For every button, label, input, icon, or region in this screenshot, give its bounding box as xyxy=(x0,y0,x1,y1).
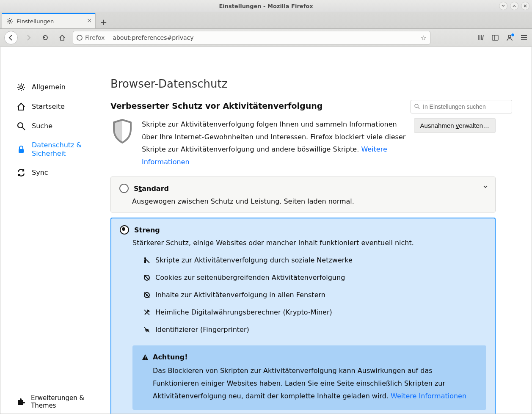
svg-point-1 xyxy=(77,35,82,40)
svg-rect-10 xyxy=(19,149,24,153)
sidebar-item-startseite[interactable]: Startseite xyxy=(17,97,106,116)
back-button[interactable] xyxy=(4,31,18,44)
radio-icon[interactable] xyxy=(119,184,129,193)
sidebar-item-datenschutz[interactable]: Datenschutz & Sicherheit xyxy=(17,136,106,163)
warning-icon xyxy=(142,354,149,361)
sidebar-toggle-icon[interactable] xyxy=(491,34,499,41)
option-description: Stärkerer Schutz, einige Websites oder m… xyxy=(132,239,486,247)
new-tab-button[interactable]: + xyxy=(97,16,110,28)
sidebar-item-label: Allgemein xyxy=(32,83,66,91)
svg-rect-21 xyxy=(145,359,146,359)
social-tracker-icon xyxy=(143,257,150,264)
warning-box: Achtung! Das Blockieren von Skripten zur… xyxy=(132,345,486,410)
block-item: Identifizierer (Fingerprinter) xyxy=(143,326,486,334)
sidebar-item-label: Erweiterungen & Themes xyxy=(31,394,106,410)
url-text: about:preferences#privacy xyxy=(113,34,193,41)
sync-icon xyxy=(17,168,26,177)
home-button[interactable] xyxy=(56,31,69,44)
svg-rect-2 xyxy=(492,35,498,40)
firefox-icon xyxy=(77,35,83,41)
sidebar-item-label: Sync xyxy=(32,168,48,177)
search-icon xyxy=(414,103,420,109)
svg-point-7 xyxy=(20,86,22,88)
nav-toolbar: Firefox about:preferences#privacy ☆ xyxy=(0,29,532,47)
block-item: Heimliche Digitalwährungsberechner (Kryp… xyxy=(143,308,486,316)
sidebar-item-allgemein[interactable]: Allgemein xyxy=(17,77,106,97)
svg-rect-13 xyxy=(144,259,146,263)
lock-icon xyxy=(17,145,26,154)
cryptominer-icon xyxy=(143,309,150,316)
block-item-label: Heimliche Digitalwährungsberechner (Kryp… xyxy=(155,308,332,316)
house-icon xyxy=(17,102,26,111)
category-sidebar: Allgemein Startseite Suche Datenschutz &… xyxy=(0,47,110,414)
sidebar-item-label: Startseite xyxy=(32,102,65,111)
block-item-label: Cookies zur seitenübergreifenden Aktivit… xyxy=(155,273,345,282)
search-icon xyxy=(17,121,26,131)
option-title: Standard xyxy=(134,185,169,193)
gear-icon xyxy=(17,83,26,92)
tab-close-icon[interactable]: × xyxy=(87,17,92,24)
protection-option-standard[interactable]: Standard Ausgewogen zwischen Schutz und … xyxy=(110,177,496,213)
block-item-label: Inhalte zur Aktivitätenverfolgung in all… xyxy=(155,291,325,299)
preferences-search xyxy=(411,100,512,113)
bookmark-star-icon[interactable]: ☆ xyxy=(421,34,427,42)
block-item-label: Skripte zur Aktivitätenverfolgung durch … xyxy=(155,256,353,264)
identity-label: Firefox xyxy=(85,34,105,41)
puzzle-icon xyxy=(17,397,25,406)
cookie-icon xyxy=(143,274,150,281)
category-heading: Browser-Datenschutz xyxy=(110,77,496,90)
chevron-down-icon[interactable] xyxy=(482,184,488,190)
block-item: Cookies zur seitenübergreifenden Aktivit… xyxy=(143,273,486,282)
block-item-label: Identifizierer (Fingerprinter) xyxy=(155,326,249,334)
shield-icon xyxy=(110,118,134,145)
reload-button[interactable] xyxy=(39,31,52,44)
svg-rect-20 xyxy=(145,356,146,358)
tracking-content-icon xyxy=(143,292,150,298)
svg-line-6 xyxy=(418,107,419,109)
block-item: Skripte zur Aktivitätenverfolgung durch … xyxy=(143,256,486,264)
library-icon[interactable] xyxy=(477,34,485,41)
sidebar-item-label: Datenschutz & Sicherheit xyxy=(32,141,106,158)
radio-icon[interactable] xyxy=(120,225,129,235)
option-title: Streng xyxy=(134,226,160,234)
tabstrip: Einstellungen × + xyxy=(0,12,532,29)
tab-title: Einstellungen xyxy=(17,18,54,25)
window-title: Einstellungen - Mozilla Firefox xyxy=(219,3,313,9)
block-item: Inhalte zur Aktivitätenverfolgung in all… xyxy=(143,291,486,299)
preferences-search-input[interactable] xyxy=(411,100,512,113)
svg-point-5 xyxy=(415,104,418,108)
sidebar-item-extensions[interactable]: Erweiterungen & Themes xyxy=(17,390,106,414)
account-icon[interactable] xyxy=(506,34,513,41)
menu-icon[interactable] xyxy=(520,34,528,41)
protection-option-streng[interactable]: Streng Stärkerer Schutz, einige Websites… xyxy=(110,218,496,414)
warning-title: Achtung! xyxy=(153,353,187,361)
identity-box[interactable]: Firefox xyxy=(77,31,109,44)
forward-button[interactable] xyxy=(22,31,35,44)
tab-einstellungen[interactable]: Einstellungen × xyxy=(2,13,96,28)
window-minimize-button[interactable] xyxy=(499,2,507,10)
window-titlebar: Einstellungen - Mozilla Firefox xyxy=(0,0,532,12)
warning-learn-more-link[interactable]: Weitere Informationen xyxy=(391,392,466,400)
svg-point-8 xyxy=(18,123,23,128)
option-description: Ausgewogen zwischen Schutz und Leistung.… xyxy=(132,197,487,205)
sidebar-item-sync[interactable]: Sync xyxy=(17,163,106,182)
window-close-button[interactable] xyxy=(521,2,529,10)
svg-line-9 xyxy=(22,127,25,130)
url-bar[interactable]: Firefox about:preferences#privacy ☆ xyxy=(73,31,430,44)
sidebar-item-suche[interactable]: Suche xyxy=(17,116,106,136)
fingerprinter-icon xyxy=(143,326,150,333)
window-maximize-button[interactable] xyxy=(510,2,518,10)
svg-point-0 xyxy=(9,20,11,22)
sidebar-item-label: Suche xyxy=(32,122,52,130)
gear-icon xyxy=(6,18,13,25)
exceptions-button[interactable]: Ausnahmen verwalten… xyxy=(414,118,496,133)
svg-point-4 xyxy=(508,35,511,38)
